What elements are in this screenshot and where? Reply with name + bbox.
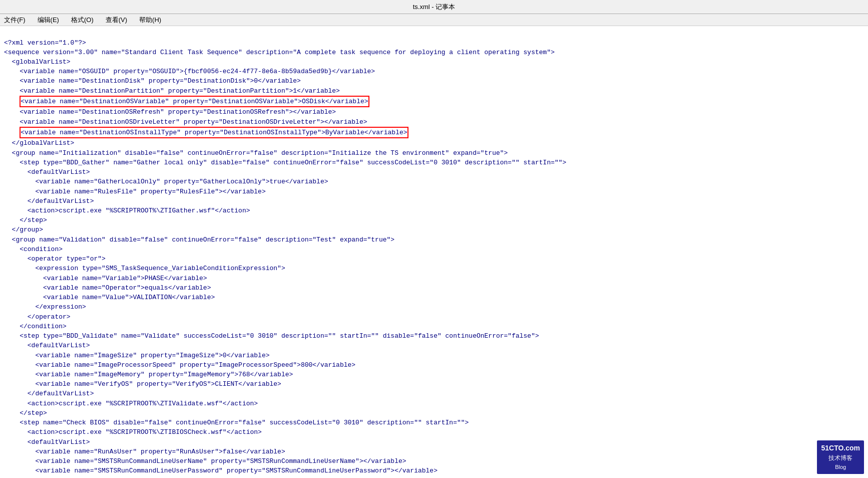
code-line: <variable name="LoadProfile" property="L… xyxy=(4,476,864,478)
code-line: <action>cscript.exe "%SCRIPTROOT%\ZTIGat… xyxy=(4,206,864,215)
code-line: <defaultVarList> xyxy=(4,341,864,350)
code-line: <variable name="GatherLocalOnly" propert… xyxy=(4,177,864,186)
code-line: <variable name="VerifyOS" property="Veri… xyxy=(4,379,864,389)
code-line: </condition> xyxy=(4,322,864,331)
code-line: </globalVarList> xyxy=(4,138,864,148)
code-line: </expression> xyxy=(4,302,864,312)
code-line: <group name="Initialization" disable="fa… xyxy=(4,148,864,158)
code-line: <variable name="DestinationOSDriveLetter… xyxy=(4,117,864,127)
code-line: <action>cscript.exe "%SCRIPTROOT%\ZTIVal… xyxy=(4,399,864,408)
code-line: <variable name="SMSTSRunCommandLineUserP… xyxy=(4,466,864,475)
code-line: <variable name="Operator">equals</variab… xyxy=(4,283,864,293)
highlighted-line: <variable name="DestinationOSInstallType… xyxy=(20,127,408,139)
code-line: <sequence version="3.00" name="Standard … xyxy=(4,48,864,57)
watermark-site: 51CTO.com xyxy=(821,442,860,453)
code-line: <variable name="RulesFile" property="Rul… xyxy=(4,187,864,196)
menu-item[interactable]: 编辑(E) xyxy=(36,15,61,25)
highlighted-line: <variable name="DestinationOSVariable" p… xyxy=(20,96,369,108)
code-line: <variable name="ImageProcessorSpeed" pro… xyxy=(4,360,864,370)
code-line: </defaultVarList> xyxy=(4,389,864,398)
code-line: <?xml version="1.0"?> xyxy=(4,38,864,48)
code-line: </group> xyxy=(4,225,864,234)
code-line: </step> xyxy=(4,408,864,418)
code-line: <variable name="DestinationDisk" propert… xyxy=(4,76,864,86)
code-line: <variable name="RunAsUser" property="Run… xyxy=(4,447,864,456)
code-line: <defaultVarList> xyxy=(4,167,864,177)
code-line: <variable name="ImageSize" property="Ima… xyxy=(4,351,864,360)
code-line: <variable name="SMSTSRunCommandLineUserN… xyxy=(4,456,864,466)
title-text: ts.xml - 记事本 xyxy=(413,3,456,11)
content-area[interactable]: <?xml version="1.0"?> <sequence version=… xyxy=(0,26,868,478)
watermark-blog: Blog xyxy=(821,463,860,472)
code-line: <group name="Validation" disable="false"… xyxy=(4,235,864,245)
code-line: <expression type="SMS_TaskSequence_Varia… xyxy=(4,264,864,273)
code-line: </defaultVarList> xyxy=(4,196,864,206)
title-bar: ts.xml - 记事本 xyxy=(0,0,868,14)
watermark-sub: 技术博客 xyxy=(821,453,860,463)
code-line: <variable name="Variable">PHASE</variabl… xyxy=(4,274,864,283)
menu-item[interactable]: 帮助(H) xyxy=(137,15,163,25)
menu-item[interactable]: 文件(F) xyxy=(2,15,28,25)
code-line: <step type="BDD_Validate" name="Validate… xyxy=(4,331,864,341)
menu-item[interactable]: 格式(O) xyxy=(69,15,96,25)
code-line: </step> xyxy=(4,215,864,225)
code-line: <variable name="Value">VALIDATION</varia… xyxy=(4,293,864,302)
code-line: <variable name="DestinationPartition" pr… xyxy=(4,86,864,96)
code-line: <variable name="DestinationOSRefresh" pr… xyxy=(4,107,864,117)
code-line: <defaultVarList> xyxy=(4,437,864,447)
code-line: <action>cscript.exe "%SCRIPTROOT%\ZTIBIO… xyxy=(4,427,864,437)
menu-item[interactable]: 查看(V) xyxy=(104,15,129,25)
code-line: <step name="Check BIOS" disable="false" … xyxy=(4,418,864,427)
menu-bar: 文件(F)编辑(E)格式(O)查看(V)帮助(H) xyxy=(0,14,868,26)
watermark: 51CTO.com 技术博客 Blog xyxy=(817,440,864,474)
code-line: <step type="BDD_Gather" name="Gather loc… xyxy=(4,158,864,167)
code-line: <variable name="OSGUID" property="OSGUID… xyxy=(4,67,864,76)
code-line: <operator type="or"> xyxy=(4,254,864,264)
code-line: <condition> xyxy=(4,245,864,254)
code-line: </operator> xyxy=(4,312,864,322)
code-line: <globalVarList> xyxy=(4,57,864,67)
code-line: <variable name="ImageMemory" property="I… xyxy=(4,370,864,379)
